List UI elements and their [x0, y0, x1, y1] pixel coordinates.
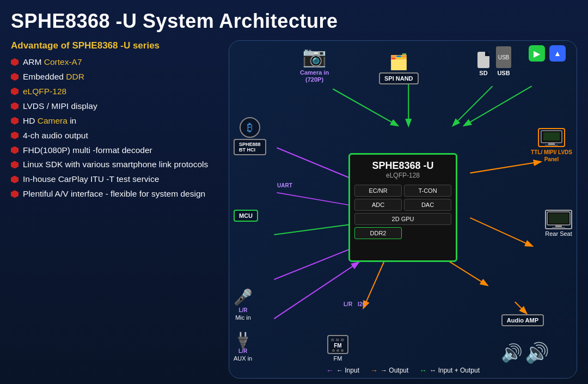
bt-label: SPHE888BT HCI: [234, 139, 266, 155]
legend-both-label: ↔ Input + Output: [430, 367, 480, 374]
bt-peripheral: ₿ SPHE888BT HCI: [234, 117, 266, 155]
list-item: 4-ch audio output: [11, 130, 218, 142]
svg-rect-20: [555, 225, 562, 227]
sd-peripheral: SD: [477, 52, 489, 76]
ttl-panel-peripheral: TTL/ MIPI/ LVDSPanel: [531, 128, 572, 163]
play-icon: ▶: [529, 45, 545, 62]
bullet-icon: [11, 102, 19, 110]
bullet-icon: [11, 161, 19, 168]
chip-block-adc: ADC: [354, 199, 402, 211]
bullet-icon: [11, 175, 19, 183]
input-arrow-icon: ←: [326, 366, 334, 375]
chip-inner-grid: EC/NR T-CON ADC DAC 2D GPU DDR2: [354, 185, 451, 239]
ttl-label: TTL/ MIPI/ LVDSPanel: [531, 149, 572, 163]
bullet-icon: [11, 117, 19, 125]
bullet-icon: [11, 147, 19, 154]
chip-block-ecnr: EC/NR: [354, 185, 402, 197]
nav-icon: ▲: [549, 45, 566, 62]
both-arrow-icon: ↔: [419, 366, 427, 375]
main-chip: SPHE8368 -U eLQFP-128 EC/NR T-CON ADC DA…: [348, 153, 457, 262]
list-item: HD Camera in: [11, 115, 218, 127]
usb-icon: USB: [496, 46, 511, 68]
aux-icon: 🔌: [232, 328, 254, 350]
list-item: LVDS / MIPI display: [11, 101, 218, 112]
svg-line-5: [277, 193, 358, 207]
svg-rect-21: [552, 227, 565, 228]
output-arrow-icon: →: [370, 366, 378, 375]
legend-input-label: ← Input: [336, 367, 359, 374]
svg-rect-16: [548, 143, 555, 145]
mic-peripheral: 🎤 L/R Mic in: [234, 288, 253, 321]
svg-line-2: [454, 86, 493, 125]
legend-output-label: → Output: [381, 367, 408, 374]
spi-nand-icon: 🗂️: [389, 53, 408, 71]
svg-rect-17: [545, 145, 558, 145]
legend-input: ← ← Input: [326, 366, 359, 375]
legend-output: → → Output: [370, 366, 408, 375]
bluetooth-icon: ₿: [240, 117, 260, 138]
rear-seat-peripheral: Rear Seat: [545, 210, 572, 237]
aux-label: AUX in: [234, 355, 252, 362]
chip-title: SPHE8368 -U: [372, 160, 433, 172]
fm-peripheral: ≋≋≋ FM FM: [327, 335, 348, 362]
spi-nand-label: SPI NAND: [379, 72, 419, 84]
chip-block-2dgpu: 2D GPU: [354, 213, 451, 225]
bullet-icon: [11, 58, 19, 66]
usb-peripheral: USB USB: [496, 46, 511, 76]
bullet-icon: [11, 73, 19, 81]
svg-line-10: [515, 302, 526, 313]
lr-i2c-labels: L/R I2C: [344, 301, 366, 307]
i2c-label: I2C: [358, 301, 366, 307]
audio-amp-peripheral: Audio AMP: [501, 314, 544, 326]
list-item: ARM Cortex-A7: [11, 57, 218, 68]
svg-line-3: [464, 86, 531, 125]
legend-both: ↔ ↔ Input + Output: [419, 366, 480, 375]
svg-line-0: [333, 89, 397, 125]
list-item: In-house CarPlay ITU -T test service: [11, 174, 218, 185]
rear-seat-label: Rear Seat: [545, 230, 572, 237]
sd-usb-row: SD USB USB: [477, 46, 511, 76]
main-container: SPHE8368 -U System Architecture Advantag…: [0, 0, 588, 384]
audio-amp-label: Audio AMP: [501, 314, 544, 326]
svg-line-11: [274, 246, 358, 279]
chip-block-dac: DAC: [404, 199, 451, 211]
svg-line-8: [470, 218, 531, 246]
content-row: Advantage of SPHE8368 -U series ARM Cort…: [11, 40, 577, 379]
bullet-icon: [11, 132, 19, 139]
tv-icon: [545, 210, 572, 229]
usb-label: USB: [497, 70, 510, 76]
left-panel: Advantage of SPHE8368 -U series ARM Cort…: [11, 40, 218, 379]
list-item: Embedded DDR: [11, 71, 218, 83]
list-item: Plentiful A/V interface - flexible for s…: [11, 188, 218, 200]
chip-container: SPHE8368 -U eLQFP-128 EC/NR T-CON ADC DA…: [348, 153, 457, 262]
sd-label: SD: [479, 70, 487, 76]
mic-label: Mic in: [235, 314, 251, 321]
svg-line-4: [277, 148, 358, 181]
camera-icon: 📷: [302, 45, 327, 68]
mic-icon: 🎤: [234, 288, 253, 306]
list-item: Linux SDK with various smartphone link p…: [11, 159, 218, 170]
svg-line-6: [274, 223, 358, 235]
mcu-label: MCU: [234, 210, 258, 222]
camera-label: Camera in(720P): [300, 69, 329, 83]
mic-lr-label: L/R: [238, 307, 247, 313]
bullet-icon: [11, 190, 19, 198]
svg-line-12: [274, 263, 358, 319]
sd-icon: [477, 52, 489, 68]
camera-peripheral: 📷 Camera in(720P): [300, 45, 329, 83]
chip-block-tcon: T-CON: [404, 185, 451, 197]
speaker-peripheral: 🔊 🔊: [501, 342, 549, 364]
phone-nav-icons: ▶ ▲: [529, 45, 566, 62]
fm-label: FM: [334, 355, 342, 362]
mcu-peripheral: MCU: [234, 210, 258, 222]
svg-rect-15: [543, 132, 560, 141]
svg-line-13: [364, 257, 386, 308]
rear-seat-icon: Rear Seat: [545, 210, 572, 237]
speaker-icon-2: 🔊: [525, 342, 549, 364]
list-item: eLQFP-128: [11, 86, 218, 97]
architecture-diagram: 📷 Camera in(720P) 🗂️ SPI NAND SD: [229, 40, 577, 379]
lr-label: L/R: [344, 301, 352, 307]
feature-list: ARM Cortex-A7 Embedded DDR eLQFP-128 LVD…: [11, 57, 218, 200]
chip-subtitle: eLQFP-128: [386, 172, 420, 179]
fm-icon: ≋≋≋ FM: [327, 335, 348, 354]
